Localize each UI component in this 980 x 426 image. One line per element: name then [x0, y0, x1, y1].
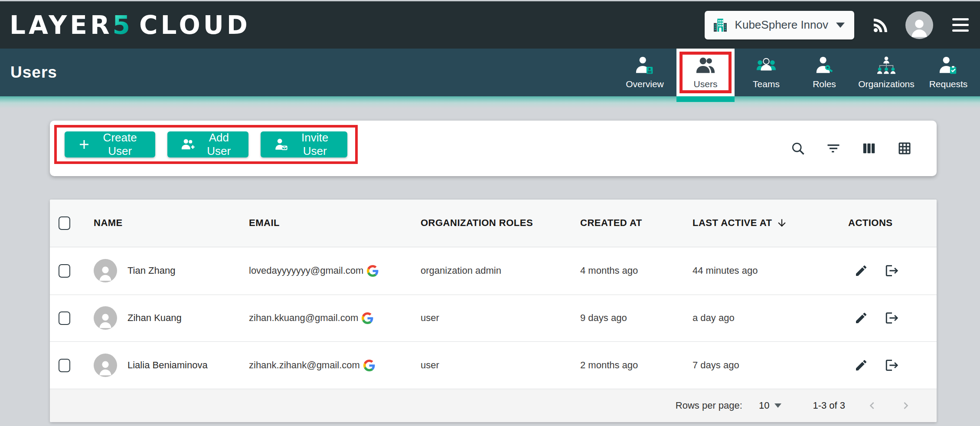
row-checkbox[interactable] — [59, 359, 70, 372]
previous-page-button[interactable] — [865, 399, 879, 413]
organization-role: user — [421, 312, 580, 324]
rss-icon — [871, 15, 891, 35]
nav-tab-overview[interactable]: Overview — [616, 49, 674, 96]
page-title: Users — [10, 63, 57, 82]
organization-role: organization admin — [421, 265, 580, 276]
grid-view-button[interactable] — [897, 141, 912, 156]
hamburger-menu-icon[interactable] — [952, 18, 969, 32]
next-page-button[interactable] — [899, 399, 913, 413]
column-header-organization-roles[interactable]: ORGANIZATION ROLES — [421, 217, 580, 229]
last-active-at: a day ago — [693, 312, 848, 324]
logout-icon — [885, 311, 899, 325]
row-checkbox[interactable] — [59, 264, 70, 278]
columns-icon — [861, 141, 877, 156]
user-name: Lialia Beniaminova — [127, 360, 208, 371]
nav-tab-organizations[interactable]: Organizations — [853, 49, 919, 96]
nav-tab-users[interactable]: Users — [676, 49, 735, 96]
users-toolbar: Create User Add User — [50, 121, 937, 176]
avatar — [94, 354, 117, 377]
last-active-at: 7 days ago — [693, 360, 848, 371]
user-name: Zihan Kuang — [127, 312, 182, 324]
nav-tabs: Overview Users — [616, 49, 977, 96]
nav-tab-teams[interactable]: Teams — [737, 49, 795, 96]
nav-tab-label: Teams — [753, 79, 780, 89]
chevron-right-icon — [899, 399, 913, 413]
last-active-at: 44 minutes ago — [693, 265, 848, 276]
edit-user-button[interactable] — [854, 311, 868, 325]
rows-per-page-value: 10 — [759, 400, 769, 411]
google-provider-icon — [367, 265, 379, 277]
user-email: lovedayyyyyyy@gmail.com — [249, 265, 363, 276]
logout-icon — [885, 358, 899, 373]
caret-down-icon — [836, 23, 845, 28]
edit-user-button[interactable] — [854, 358, 868, 372]
person-key-icon — [814, 56, 834, 75]
users-navbar: Users Overview — [0, 49, 980, 96]
remove-user-button[interactable] — [885, 311, 899, 325]
logo-text-cloud: CLOUD — [139, 10, 251, 40]
table-row[interactable]: Zihan Kuang zihan.kkuang@gmail.com user … — [50, 295, 937, 342]
pencil-icon — [854, 358, 868, 372]
add-user-button[interactable]: Add User — [167, 131, 248, 157]
add-user-label: Add User — [202, 131, 235, 158]
created-at: 2 months ago — [580, 360, 693, 371]
create-user-button[interactable]: Create User — [65, 131, 155, 157]
person-icon — [907, 15, 931, 39]
logo-text-layer: LAYER — [10, 10, 113, 40]
user-name: Tian Zhang — [127, 265, 175, 276]
last-active-label: LAST ACTIVE AT — [693, 217, 772, 229]
sort-descending-arrow-icon — [776, 217, 787, 229]
columns-view-button[interactable] — [861, 141, 877, 156]
organization-name: KubeSphere Innov — [735, 18, 828, 32]
column-header-name[interactable]: NAME — [94, 217, 249, 229]
column-header-created-at[interactable]: CREATED AT — [580, 217, 693, 229]
rows-per-page-select[interactable]: 10 — [759, 400, 781, 411]
plus-icon — [78, 138, 91, 151]
filter-icon — [826, 141, 841, 156]
search-button[interactable] — [790, 141, 806, 156]
column-header-actions: ACTIONS — [848, 217, 937, 229]
created-at: 4 months ago — [580, 265, 693, 276]
topbar: LAYER5CLOUD KubeSphere Innov — [0, 1, 980, 49]
logout-icon — [885, 263, 899, 278]
caret-down-icon — [774, 403, 781, 408]
nav-tab-label: Users — [694, 79, 718, 89]
avatar — [94, 259, 117, 282]
logo-text-five: 5 — [113, 10, 133, 40]
table-row[interactable]: Lialia Beniaminova zihank.zihank@gmail.c… — [50, 341, 937, 389]
invite-user-button[interactable]: Invite User — [261, 131, 347, 157]
select-all-checkbox[interactable] — [59, 216, 70, 230]
table-row[interactable]: Tian Zhang lovedayyyyyyy@gmail.com organ… — [50, 247, 937, 295]
person-badge-icon — [635, 56, 655, 75]
nav-tab-label: Overview — [626, 79, 664, 89]
people-icon — [696, 56, 715, 75]
navbar-gradient-divider — [0, 96, 980, 108]
table-header-row: NAME EMAIL ORGANIZATION ROLES CREATED AT… — [50, 200, 937, 247]
pencil-icon — [854, 264, 868, 278]
edit-user-button[interactable] — [854, 264, 868, 278]
remove-user-button[interactable] — [885, 358, 899, 373]
annotation-box-user-buttons: Create User Add User — [54, 125, 358, 164]
table-pagination: Rows per page: 10 1-3 of 3 — [50, 389, 937, 422]
organization-switcher[interactable]: KubeSphere Innov — [705, 11, 854, 39]
nav-tab-roles[interactable]: Roles — [795, 49, 853, 96]
grid-view-icon — [897, 141, 912, 156]
row-checkbox[interactable] — [59, 311, 70, 325]
filter-button[interactable] — [826, 141, 841, 156]
avatar — [94, 306, 117, 330]
user-email: zihan.kkuang@gmail.com — [249, 312, 358, 324]
user-avatar[interactable] — [905, 11, 933, 39]
google-provider-icon — [362, 312, 373, 324]
column-header-last-active-at[interactable]: LAST ACTIVE AT — [693, 217, 848, 229]
remove-user-button[interactable] — [885, 263, 899, 278]
org-hierarchy-icon — [876, 56, 896, 75]
chevron-left-icon — [865, 399, 879, 413]
search-icon — [790, 141, 806, 156]
google-provider-icon — [363, 360, 375, 371]
notifications-feed-button[interactable] — [871, 15, 891, 35]
layer5-cloud-logo[interactable]: LAYER5CLOUD — [10, 10, 251, 40]
nav-tab-requests[interactable]: Requests — [919, 49, 977, 96]
nav-tab-label: Organizations — [858, 79, 915, 89]
rows-per-page-label: Rows per page: — [676, 400, 742, 411]
column-header-email[interactable]: EMAIL — [249, 217, 421, 229]
